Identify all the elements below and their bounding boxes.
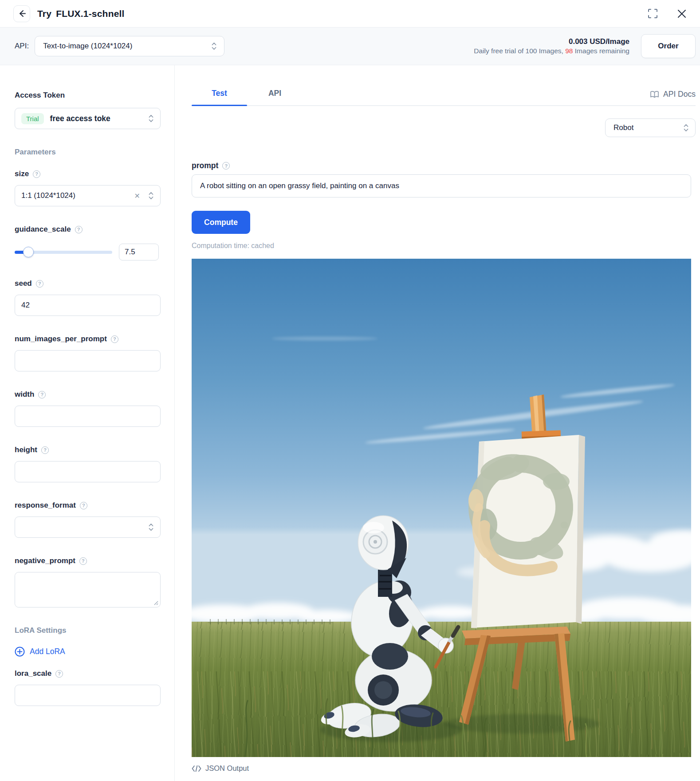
lora-scale-input[interactable] xyxy=(15,685,161,706)
back-button[interactable] xyxy=(13,5,30,22)
height-field: height? xyxy=(15,446,160,482)
parameters-sidebar: Access Token Trial free access toke Para… xyxy=(0,65,175,781)
access-token-select[interactable]: Trial free access toke xyxy=(15,108,161,129)
json-output-toggle[interactable]: JSON Output xyxy=(192,764,249,773)
slider-handle[interactable] xyxy=(23,247,34,257)
guidance-scale-field: guidance_scale? xyxy=(15,225,160,260)
code-icon xyxy=(192,765,201,772)
lora-scale-label: lora_scale xyxy=(15,669,51,678)
page-title: Try FLUX.1-schnell xyxy=(37,8,125,19)
close-icon xyxy=(677,9,687,19)
height-input[interactable] xyxy=(15,461,161,482)
tab-test[interactable]: Test xyxy=(192,89,247,105)
main-panel: Test API API Docs Robot prompt? Compute … xyxy=(175,65,700,781)
clear-x-icon[interactable]: ✕ xyxy=(134,192,140,200)
api-bar: API: Text-to-image (1024*1024) 0.003 USD… xyxy=(0,28,700,65)
help-icon[interactable]: ? xyxy=(36,280,43,288)
num-images-label: num_images_per_prompt xyxy=(15,335,107,343)
title-try: Try xyxy=(37,8,51,19)
prompt-input[interactable] xyxy=(192,174,691,197)
price-per-image: 0.003 USD/Image xyxy=(474,37,629,46)
back-arrow-icon xyxy=(18,9,26,18)
select-chevron-icon xyxy=(148,114,154,123)
negative-prompt-label: negative_prompt xyxy=(15,556,75,565)
title-model: FLUX.1-schnell xyxy=(56,8,125,19)
lora-settings-label: LoRA Settings xyxy=(15,626,160,635)
trial-remaining-text: Daily free trial of 100 Images, 98 Image… xyxy=(474,46,629,55)
robot-neck xyxy=(378,569,392,597)
token-value: free access toke xyxy=(50,114,110,123)
json-output-label: JSON Output xyxy=(205,764,249,773)
window-header: Try FLUX.1-schnell xyxy=(0,0,700,28)
select-chevron-icon xyxy=(211,42,217,51)
api-type-select[interactable]: Text-to-image (1024*1024) xyxy=(35,36,224,56)
example-prompt-value: Robot xyxy=(613,123,633,132)
select-chevron-icon xyxy=(683,123,689,132)
prompt-label: prompt xyxy=(192,161,218,170)
book-icon xyxy=(650,91,659,99)
access-token-label: Access Token xyxy=(15,91,160,100)
help-icon[interactable]: ? xyxy=(80,502,87,509)
response-format-label: response_format xyxy=(15,501,76,510)
width-input[interactable] xyxy=(15,406,161,427)
fullscreen-button[interactable] xyxy=(647,8,658,20)
help-icon[interactable]: ? xyxy=(222,162,230,170)
size-value: 1:1 (1024*1024) xyxy=(21,191,75,200)
help-icon[interactable]: ? xyxy=(75,226,83,233)
pricing-info: 0.003 USD/Image Daily free trial of 100 … xyxy=(474,37,629,55)
tabs-bar: Test API API Docs xyxy=(192,76,696,106)
add-lora-button[interactable]: Add LoRA xyxy=(15,647,65,657)
api-type-value: Text-to-image (1024*1024) xyxy=(43,42,132,51)
lora-scale-field: lora_scale? xyxy=(15,669,160,706)
sky xyxy=(192,259,691,631)
select-chevron-icon xyxy=(148,191,154,200)
width-label: width xyxy=(15,390,34,399)
trial-badge: Trial xyxy=(21,113,44,124)
help-icon[interactable]: ? xyxy=(38,391,46,398)
close-button[interactable] xyxy=(676,8,688,20)
example-prompt-select[interactable]: Robot xyxy=(605,118,696,137)
response-format-select[interactable] xyxy=(15,517,161,538)
width-field: width? xyxy=(15,390,160,427)
remaining-count: 98 xyxy=(565,47,573,55)
seed-field: seed? xyxy=(15,279,160,316)
help-icon[interactable]: ? xyxy=(111,335,118,343)
computation-time-text: Computation time: cached xyxy=(192,242,696,250)
negative-prompt-textarea[interactable] xyxy=(15,572,160,607)
add-lora-label: Add LoRA xyxy=(30,647,65,656)
plus-circle-icon xyxy=(15,647,25,657)
fullscreen-icon xyxy=(647,8,658,19)
guidance-scale-input[interactable] xyxy=(119,244,159,260)
tab-api[interactable]: API xyxy=(247,89,303,105)
help-icon[interactable]: ? xyxy=(33,170,40,178)
negative-prompt-field: negative_prompt? xyxy=(15,556,160,607)
help-icon[interactable]: ? xyxy=(55,670,63,678)
response-format-field: response_format? xyxy=(15,501,160,538)
compute-button[interactable]: Compute xyxy=(192,211,250,234)
size-select[interactable]: 1:1 (1024*1024) ✕ xyxy=(15,185,161,206)
height-label: height xyxy=(15,446,37,454)
seed-label: seed xyxy=(15,279,32,288)
guidance-scale-slider[interactable] xyxy=(15,247,112,257)
num-images-field: num_images_per_prompt? xyxy=(15,335,160,371)
num-images-input[interactable] xyxy=(15,350,161,371)
guidance-scale-label: guidance_scale xyxy=(15,225,71,234)
parameters-section-label: Parameters xyxy=(15,148,160,157)
help-icon[interactable]: ? xyxy=(41,446,49,454)
api-docs-label: API Docs xyxy=(663,90,696,99)
select-chevron-icon xyxy=(148,523,154,532)
size-label: size xyxy=(15,170,29,178)
size-field: size? 1:1 (1024*1024) ✕ xyxy=(15,170,160,206)
api-docs-link[interactable]: API Docs xyxy=(650,90,696,105)
generated-image[interactable] xyxy=(192,259,691,757)
help-icon[interactable]: ? xyxy=(79,557,87,565)
order-button[interactable]: Order xyxy=(641,34,696,58)
seed-input[interactable] xyxy=(15,295,161,316)
api-label: API: xyxy=(15,42,29,51)
resize-grip-icon[interactable] xyxy=(153,600,158,605)
